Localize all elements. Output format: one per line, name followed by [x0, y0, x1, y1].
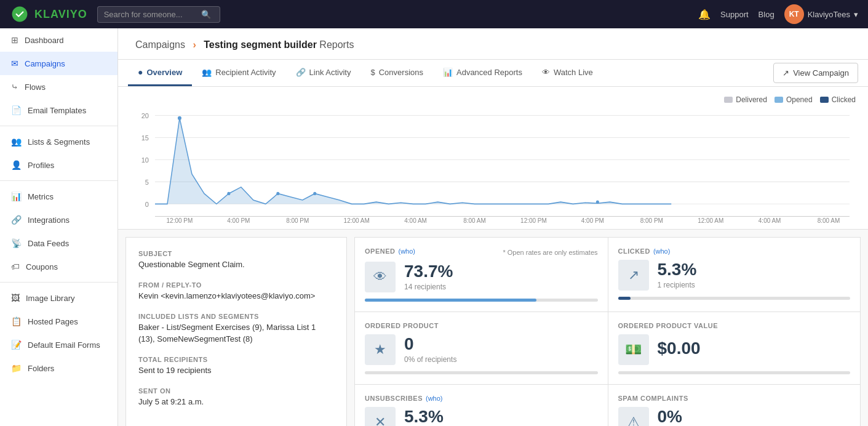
sidebar-item-folders[interactable]: 📁 Folders [0, 356, 117, 380]
metrics-grid: OPENED (who) * Open rates are only estim… [354, 237, 861, 426]
top-navigation: KLAVIYO 🔍 🔔 Support Blog KT KlaviyoTees … [0, 0, 868, 28]
link-activity-icon: 🔗 [296, 68, 306, 77]
sidebar-item-label: Coupons [26, 262, 58, 271]
sidebar-item-label: Dashboard [25, 36, 64, 45]
metric-icon-opened: 👁 [365, 262, 396, 292]
svg-point-26 [276, 192, 279, 195]
sidebar-item-integrations[interactable]: 🔗 Integrations [0, 208, 117, 231]
included-value: Baker - List/Segment Exercises (9), Mari… [138, 322, 334, 344]
view-campaign-label: View Campaign [793, 68, 849, 78]
sidebar-item-coupons[interactable]: 🏷 Coupons [0, 255, 117, 278]
content-area: Campaigns › Testing segment builder Repo… [118, 28, 868, 426]
from-value: Kevin <kevin.lamenzo+klaviyotees@klaviyo… [138, 291, 334, 302]
sidebar-item-label: Campaigns [25, 59, 65, 68]
svg-text:8:00 AM: 8:00 AM [463, 217, 486, 223]
metric-body-unsubscribes: ✕ 5.3% 1 recipients [365, 407, 598, 426]
included-section: INCLUDED LISTS AND SEGMENTS Baker - List… [138, 313, 334, 344]
sidebar-item-email-templates[interactable]: 📄 Email Templates [0, 98, 117, 122]
sidebar-item-dashboard[interactable]: ⊞ Dashboard [0, 28, 117, 52]
svg-point-25 [227, 192, 230, 195]
metric-title-ordered-product: ORDERED PRODUCT [365, 322, 439, 329]
support-link[interactable]: Support [720, 10, 749, 19]
tab-label: Advanced Reports [456, 68, 522, 77]
metric-progress-bar-opened [365, 299, 536, 302]
legend-clicked-label: Clicked [832, 95, 856, 104]
blog-link[interactable]: Blog [759, 10, 774, 19]
metric-card-ordered-product: ORDERED PRODUCT ★ 0 0% of recipients [354, 312, 608, 385]
metric-value-area-unsubscribes: 5.3% 1 recipients [404, 408, 598, 426]
subject-label: SUBJECT [138, 250, 334, 257]
sidebar-item-label: Image Library [26, 294, 74, 303]
sidebar-item-image-library[interactable]: 🖼 Image Library [0, 286, 117, 310]
logo[interactable]: KLAVIYO [10, 4, 87, 24]
metric-body-clicked: ↗ 5.3% 1 recipients [618, 260, 851, 291]
svg-text:4:00 AM: 4:00 AM [759, 217, 781, 223]
view-campaign-button[interactable]: ↗ View Campaign [773, 63, 858, 83]
tab-overview[interactable]: ● Overview [128, 60, 192, 86]
sidebar-item-label: Integrations [28, 215, 70, 225]
breadcrumb-campaign-name: Testing segment builder [204, 39, 317, 50]
breadcrumb-campaigns[interactable]: Campaigns [135, 39, 185, 50]
flows-icon: ⤷ [11, 82, 18, 92]
sidebar-divider-3 [0, 282, 117, 283]
tab-watch-live[interactable]: 👁 Watch Live [532, 60, 603, 86]
notifications-icon[interactable]: 🔔 [698, 9, 711, 20]
metric-who-clicked[interactable]: (who) [653, 247, 671, 255]
sidebar-item-lists-segments[interactable]: 👥 Lists & Segments [0, 130, 117, 153]
tab-label: Watch Live [554, 68, 593, 77]
metric-card-ordered-product-value: ORDERED PRODUCT VALUE 💵 $0.00 [608, 312, 861, 385]
metric-value-area-opened: 73.7% 14 recipients [404, 263, 598, 291]
user-menu[interactable]: KT KlaviyoTees ▾ [784, 4, 858, 24]
metric-card-spam-complaints: SPAM COMPLAINTS ⚠ 0% 0 recipients [608, 385, 861, 426]
metric-icon-spam-complaints: ⚠ [618, 407, 649, 426]
metric-progress-clicked [618, 297, 851, 300]
sidebar-item-profiles[interactable]: 👤 Profiles [0, 153, 117, 177]
sidebar-divider-2 [0, 180, 117, 181]
tab-advanced-reports[interactable]: 📊 Advanced Reports [433, 60, 532, 86]
watch-live-icon: 👁 [542, 68, 550, 77]
data-feeds-icon: 📡 [11, 238, 22, 248]
sidebar-item-default-email-forms[interactable]: 📝 Default Email Forms [0, 333, 117, 356]
sidebar-item-campaigns[interactable]: ✉ Campaigns [0, 52, 117, 75]
tab-recipient-activity[interactable]: 👥 Recipient Activity [192, 60, 285, 86]
sidebar-item-label: Profiles [28, 161, 54, 170]
metric-value-area-clicked: 5.3% 1 recipients [658, 261, 851, 289]
svg-point-28 [596, 201, 599, 204]
sidebar-item-metrics[interactable]: 📊 Metrics [0, 185, 117, 208]
legend-opened: Opened [774, 95, 813, 104]
svg-point-27 [313, 192, 316, 195]
metric-value-area-ordered-product: 0 0% of recipients [404, 336, 598, 364]
breadcrumb: Campaigns › Testing segment builder Repo… [135, 39, 851, 50]
metric-who-opened[interactable]: (who) [398, 247, 415, 255]
metric-title-ordered-product-value: ORDERED PRODUCT VALUE [618, 322, 718, 329]
metric-who-unsubscribes[interactable]: (who) [426, 395, 443, 402]
total-value: Sent to 19 recipients [138, 365, 334, 376]
advanced-reports-icon: 📊 [443, 68, 453, 77]
stats-section: SUBJECT Questionable Segment Claim. FROM… [118, 230, 868, 426]
svg-text:4:00 PM: 4:00 PM [227, 217, 250, 223]
sidebar-item-hosted-pages[interactable]: 📋 Hosted Pages [0, 310, 117, 333]
metric-progress-ordered-product [365, 371, 598, 374]
metric-header-ordered-product-value: ORDERED PRODUCT VALUE [618, 322, 851, 329]
campaigns-icon: ✉ [11, 58, 18, 68]
search-box[interactable]: 🔍 [97, 6, 220, 23]
chevron-down-icon: ▾ [854, 10, 858, 19]
clicked-color [820, 97, 829, 103]
svg-text:12:00 AM: 12:00 AM [698, 217, 723, 223]
campaign-detail-panel: SUBJECT Questionable Segment Claim. FROM… [125, 237, 347, 426]
metric-icon-unsubscribes: ✕ [365, 407, 396, 426]
metric-value-spam-complaints: 0% [658, 408, 851, 425]
metric-icon-ordered-product: ★ [365, 334, 396, 365]
metric-body-spam-complaints: ⚠ 0% 0 recipients [618, 407, 851, 426]
search-input[interactable] [104, 10, 196, 19]
sidebar-item-flows[interactable]: ⤷ Flows [0, 75, 117, 98]
metric-header-opened: OPENED (who) * Open rates are only estim… [365, 247, 598, 257]
tab-conversions[interactable]: $ Conversions [360, 60, 433, 86]
email-templates-icon: 📄 [11, 105, 22, 115]
sidebar-item-data-feeds[interactable]: 📡 Data Feeds [0, 231, 117, 255]
legend-opened-label: Opened [786, 95, 813, 104]
svg-text:8:00 PM: 8:00 PM [286, 217, 309, 223]
svg-text:12:00 PM: 12:00 PM [520, 217, 547, 223]
metric-sub-opened: 14 recipients [404, 283, 598, 291]
tab-link-activity[interactable]: 🔗 Link Activity [286, 60, 361, 86]
